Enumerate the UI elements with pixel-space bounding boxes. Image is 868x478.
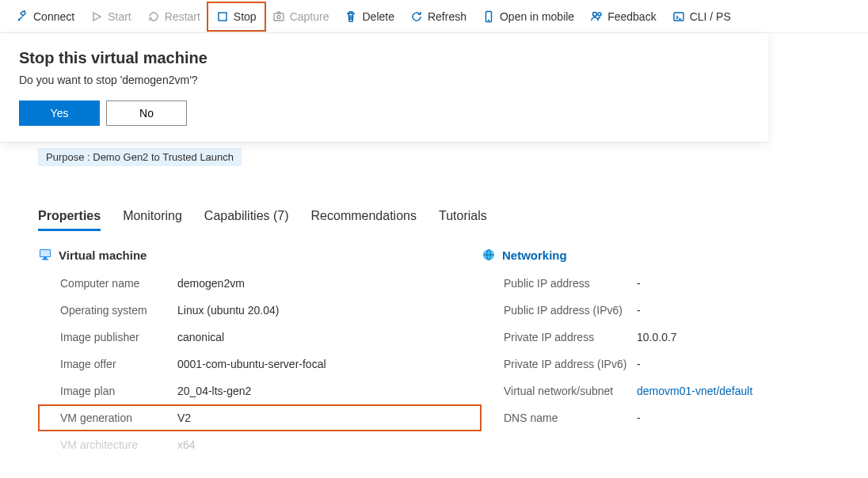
refresh-button[interactable]: Refresh [402, 3, 474, 30]
refresh-icon [410, 10, 423, 23]
table-row-vm-generation: VM generation V2 [38, 404, 482, 431]
start-button: Start [82, 3, 139, 30]
properties-pane: Virtual machine Computer name demogen2vm… [0, 232, 868, 458]
table-row: Computer name demogen2vm [38, 270, 482, 297]
tab-recommendations[interactable]: Recommendations [311, 204, 417, 231]
prop-label: Operating system [38, 304, 177, 317]
prop-value: 0001-com-ubuntu-server-focal [177, 358, 482, 370]
connect-icon [16, 10, 29, 23]
svg-rect-1 [219, 13, 227, 21]
table-row: Public IP address (IPv6) - [482, 297, 868, 324]
tab-properties[interactable]: Properties [38, 204, 101, 231]
svg-rect-11 [44, 257, 47, 259]
dialog-buttons: Yes No [19, 101, 749, 126]
prop-value: x64 [177, 438, 482, 451]
delete-button[interactable]: Delete [337, 3, 402, 30]
capture-button: Capture [265, 3, 337, 30]
table-row: Image publisher canonical [38, 324, 482, 351]
table-row: VM architecture x64 [38, 431, 482, 458]
restart-label: Restart [165, 10, 200, 23]
vm-section: Virtual machine Computer name demogen2vm… [38, 248, 482, 458]
tag-row: Purpose : Demo Gen2 to Trusted Launch [0, 142, 868, 166]
prop-label: Image offer [38, 358, 177, 370]
tab-monitoring[interactable]: Monitoring [123, 204, 182, 231]
vm-icon [38, 248, 52, 262]
feedback-icon [590, 10, 603, 23]
svg-rect-10 [40, 250, 50, 256]
delete-label: Delete [362, 10, 394, 23]
cli-button[interactable]: CLI / PS [664, 3, 739, 30]
restart-button: Restart [139, 3, 208, 30]
table-row: Image offer 0001-com-ubuntu-server-focal [38, 351, 482, 377]
table-row: Public IP address - [482, 270, 868, 297]
table-row: DNS name - [482, 404, 868, 431]
vm-section-title: Virtual machine [59, 248, 147, 262]
yes-button[interactable]: Yes [19, 101, 100, 126]
cli-icon [672, 10, 685, 23]
connect-label: Connect [33, 10, 74, 23]
prop-label: DNS name [482, 412, 637, 424]
stop-confirm-dialog: Stop this virtual machine Do you want to… [0, 33, 768, 142]
dialog-message: Do you want to stop 'demogen2vm'? [19, 74, 749, 86]
tab-capabilities[interactable]: Capabilities (7) [204, 204, 289, 231]
prop-label: Virtual network/subnet [482, 385, 637, 397]
no-button[interactable]: No [106, 101, 187, 126]
svg-point-7 [598, 13, 601, 16]
feedback-label: Feedback [607, 10, 656, 23]
cli-label: CLI / PS [690, 10, 731, 23]
prop-label: Computer name [38, 277, 177, 290]
table-row: Virtual network/subnet demovm01-vnet/def… [482, 377, 868, 404]
networking-icon [482, 248, 496, 262]
capture-label: Capture [290, 10, 329, 23]
vm-prop-table: Computer name demogen2vm Operating syste… [38, 270, 482, 458]
prop-label: Public IP address [482, 277, 637, 290]
networking-section: Networking Public IP address - Public IP… [482, 248, 868, 458]
stop-button[interactable]: Stop [208, 3, 265, 30]
svg-point-3 [277, 15, 280, 18]
networking-section-title[interactable]: Networking [502, 248, 567, 262]
svg-rect-12 [42, 259, 48, 260]
prop-value: demogen2vm [177, 277, 482, 290]
prop-value: - [637, 304, 868, 317]
dialog-title: Stop this virtual machine [19, 49, 749, 67]
table-row: Private IP address (IPv6) - [482, 351, 868, 377]
prop-label: Image plan [38, 385, 177, 397]
svg-point-0 [18, 18, 20, 20]
vm-section-header: Virtual machine [38, 248, 482, 262]
prop-label: Public IP address (IPv6) [482, 304, 637, 317]
networking-section-header: Networking [482, 248, 868, 262]
start-label: Start [108, 10, 131, 23]
restart-icon [147, 10, 160, 23]
prop-value: 20_04-lts-gen2 [177, 385, 482, 397]
stop-label: Stop [234, 10, 257, 23]
command-bar: Connect Start Restart Stop Capture Delet… [0, 0, 868, 33]
prop-label: VM architecture [38, 438, 177, 451]
prop-value: 10.0.0.7 [637, 331, 868, 343]
tab-tutorials[interactable]: Tutorials [439, 204, 487, 231]
prop-value: canonical [177, 331, 482, 343]
tabstrip: Properties Monitoring Capabilities (7) R… [0, 204, 868, 232]
svg-point-6 [593, 12, 597, 16]
capture-icon [272, 10, 285, 23]
table-row: Operating system Linux (ubuntu 20.04) [38, 297, 482, 324]
table-row: Image plan 20_04-lts-gen2 [38, 377, 482, 404]
prop-value: V2 [177, 412, 482, 424]
open-mobile-button[interactable]: Open in mobile [474, 3, 582, 30]
prop-label: Private IP address [482, 331, 637, 343]
svg-rect-2 [274, 13, 284, 21]
prop-label: Image publisher [38, 331, 177, 343]
open-mobile-label: Open in mobile [500, 10, 574, 23]
prop-value-link[interactable]: demovm01-vnet/default [637, 385, 868, 397]
connect-button[interactable]: Connect [8, 3, 82, 30]
prop-label: Private IP address (IPv6) [482, 358, 637, 370]
play-icon [90, 10, 103, 23]
mobile-icon [482, 10, 495, 23]
prop-value: - [637, 277, 868, 290]
tag-purpose[interactable]: Purpose : Demo Gen2 to Trusted Launch [38, 148, 242, 166]
prop-label: VM generation [38, 412, 177, 424]
prop-value: Linux (ubuntu 20.04) [177, 304, 482, 317]
feedback-button[interactable]: Feedback [582, 3, 664, 30]
prop-value: - [637, 358, 868, 370]
refresh-label: Refresh [428, 10, 466, 23]
net-prop-table: Public IP address - Public IP address (I… [482, 270, 868, 431]
